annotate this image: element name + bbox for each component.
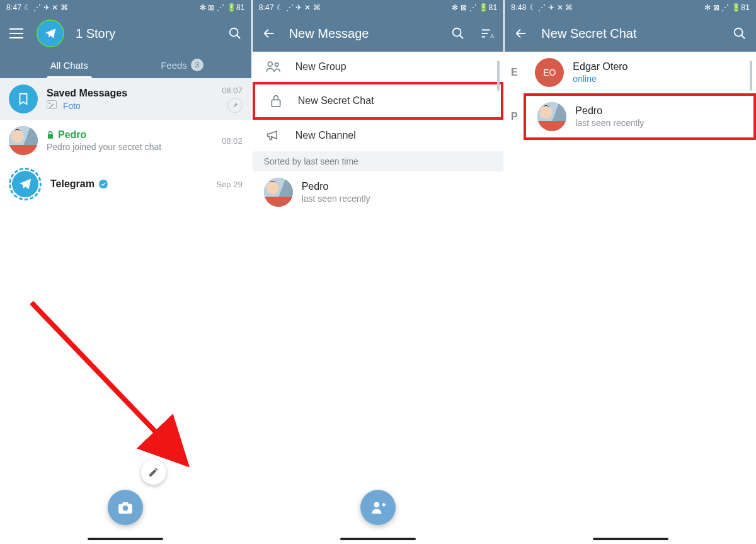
section-label: Sorted by last seen time: [253, 151, 504, 171]
svg-rect-1: [48, 134, 53, 139]
svg-point-2: [123, 506, 129, 511]
clock: 8:47: [6, 3, 21, 12]
status-bar: 8:48☾ ⋰ ✈ ✕ ⌘ ✻ ⊠ ⋰ 🔋81: [505, 0, 756, 15]
status-left-icons: ☾ ⋰ ✈ ✕ ⌘: [24, 3, 68, 12]
back-icon[interactable]: [512, 25, 530, 42]
contact-name: Pedro: [575, 105, 644, 117]
app-bar: 1 Story: [0, 15, 251, 52]
app-bar: New Message A: [253, 15, 504, 52]
gesture-bar: [593, 538, 668, 540]
screen-new-secret-chat: 8:48☾ ⋰ ✈ ✕ ⌘ ✻ ⊠ ⋰ 🔋81 New Secret Chat …: [505, 0, 756, 544]
sort-icon[interactable]: A: [478, 25, 496, 42]
avatar: [264, 178, 293, 207]
status-right-icons: ✻ ⊠ ⋰ 🔋81: [200, 3, 245, 12]
screen-new-message: 8:47☾ ⋰ ✈ ✕ ⌘ ✻ ⊠ ⋰ 🔋81 New Message A Ne…: [253, 0, 504, 544]
tabs: All Chats Feeds 3: [0, 52, 251, 78]
scrollbar[interactable]: [497, 61, 500, 91]
group-icon: [265, 61, 282, 73]
search-icon[interactable]: [226, 25, 244, 42]
svg-line-3: [32, 303, 183, 460]
appbar-title: New Secret Chat: [541, 26, 719, 41]
megaphone-icon: [265, 129, 282, 142]
chat-row-saved[interactable]: Saved Messages Foto 08:07: [0, 78, 251, 120]
avatar: [537, 102, 566, 131]
chat-name: Telegram: [50, 178, 94, 190]
chat-row-telegram[interactable]: Telegram Sep 29: [0, 161, 251, 207]
contact-edgar[interactable]: EO Edgar Otero online: [524, 52, 756, 93]
search-icon[interactable]: [731, 25, 748, 42]
menu-new-secret-chat[interactable]: New Secret Chat: [253, 82, 504, 120]
search-icon[interactable]: [449, 25, 467, 42]
app-bar: New Secret Chat: [505, 15, 756, 52]
verified-icon: [98, 179, 108, 189]
scrollbar[interactable]: [750, 61, 752, 91]
svg-point-9: [374, 502, 380, 507]
svg-point-4: [453, 28, 461, 37]
tab-feeds[interactable]: Feeds 3: [125, 52, 238, 78]
gesture-bar: [88, 538, 163, 540]
lock-icon: [47, 130, 54, 139]
avatar: [9, 126, 38, 155]
menu-label: New Channel: [295, 130, 356, 141]
pin-icon: [227, 98, 243, 113]
appbar-title: New Message: [289, 26, 438, 41]
annotation-arrow: [25, 296, 214, 485]
photo-thumb-icon: [47, 100, 57, 109]
chat-name: Pedro: [58, 129, 86, 141]
contact-name: Pedro: [302, 181, 370, 192]
svg-rect-8: [272, 100, 280, 107]
contact-status: last seen recently: [302, 194, 370, 204]
svg-point-0: [229, 28, 238, 37]
contact-name: Edgar Otero: [573, 61, 627, 72]
svg-point-10: [735, 28, 743, 37]
menu-new-channel[interactable]: New Channel: [253, 120, 504, 151]
feeds-badge: 3: [191, 59, 203, 71]
status-bar: 8:47☾ ⋰ ✈ ✕ ⌘ ✻ ⊠ ⋰ 🔋81: [0, 0, 251, 15]
appbar-title: 1 Story: [76, 26, 215, 41]
chat-row-pedro[interactable]: Pedro Pedro joined your secret chat 08:0…: [0, 120, 251, 161]
chat-preview: Pedro joined your secret chat: [47, 142, 213, 152]
contact-pedro[interactable]: Pedro last seen recently: [524, 93, 756, 140]
story-avatar[interactable]: [37, 20, 64, 47]
camera-fab[interactable]: [108, 490, 143, 525]
chat-time: 08:07: [222, 86, 243, 95]
compose-button[interactable]: [141, 460, 166, 485]
svg-text:A: A: [491, 33, 495, 39]
alpha-index-p: P: [507, 111, 521, 122]
gesture-bar: [340, 538, 416, 540]
chat-preview: Foto: [47, 100, 213, 111]
lock-icon: [268, 93, 284, 108]
avatar-ring: [9, 168, 42, 200]
svg-point-6: [268, 62, 272, 66]
avatar: EO: [535, 58, 564, 87]
chat-time: 08:02: [222, 136, 243, 146]
menu-label: New Group: [295, 61, 346, 72]
contact-status: online: [573, 74, 627, 84]
tab-all-chats[interactable]: All Chats: [13, 52, 125, 78]
add-contact-fab[interactable]: [360, 490, 396, 525]
hamburger-icon[interactable]: [8, 25, 25, 42]
contact-status: last seen recently: [575, 118, 644, 128]
screen-chat-list: 8:47☾ ⋰ ✈ ✕ ⌘ ✻ ⊠ ⋰ 🔋81 1 Story All Chat…: [0, 0, 251, 544]
chat-name: Saved Messages: [47, 88, 127, 99]
contact-pedro[interactable]: Pedro last seen recently: [253, 171, 504, 213]
menu-new-group[interactable]: New Group: [253, 52, 504, 82]
bookmark-icon: [9, 84, 38, 113]
menu-label: New Secret Chat: [298, 95, 374, 107]
back-icon[interactable]: [260, 25, 278, 42]
chat-time: Sep 29: [216, 180, 242, 189]
svg-point-7: [275, 63, 278, 66]
alpha-index-e: E: [507, 67, 521, 78]
status-bar: 8:47☾ ⋰ ✈ ✕ ⌘ ✻ ⊠ ⋰ 🔋81: [253, 0, 504, 15]
